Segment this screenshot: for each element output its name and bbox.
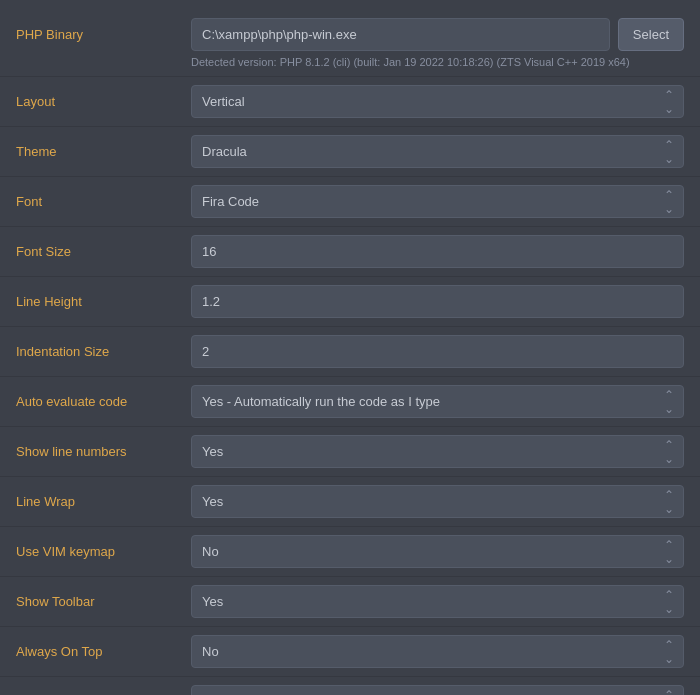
show-toolbar-select[interactable]: Yes No bbox=[191, 585, 684, 618]
always-on-top-label: Always On Top bbox=[16, 644, 191, 659]
vim-keymap-row: Use VIM keymap No Yes ⌃⌄ bbox=[0, 527, 700, 577]
php-path-input[interactable] bbox=[191, 18, 610, 51]
select-file-button[interactable]: Select bbox=[618, 18, 684, 51]
font-select-wrapper: Fira Code Consolas Courier New ⌃⌄ bbox=[191, 185, 684, 218]
line-wrap-select[interactable]: Yes No bbox=[191, 485, 684, 518]
theme-label: Theme bbox=[16, 144, 191, 159]
always-on-top-row: Always On Top No Yes ⌃⌄ bbox=[0, 627, 700, 677]
show-toolbar-row: Show Toolbar Yes No ⌃⌄ bbox=[0, 577, 700, 627]
show-line-numbers-row: Show line numbers Yes No ⌃⌄ bbox=[0, 427, 700, 477]
font-size-control bbox=[191, 235, 684, 268]
always-on-top-select[interactable]: No Yes bbox=[191, 635, 684, 668]
theme-select[interactable]: Dracula Light Dark bbox=[191, 135, 684, 168]
php-binary-input-wrap: Select bbox=[191, 18, 684, 51]
output-type-row: Output Type Realtime Output (might be sl… bbox=[0, 677, 700, 695]
font-label: Font bbox=[16, 194, 191, 209]
layout-select-wrapper: Vertical Horizontal ⌃⌄ bbox=[191, 85, 684, 118]
php-binary-row: PHP Binary Select Detected version: PHP … bbox=[0, 10, 700, 77]
settings-container: PHP Binary Select Detected version: PHP … bbox=[0, 0, 700, 695]
show-line-numbers-select[interactable]: Yes No bbox=[191, 435, 684, 468]
line-height-label: Line Height bbox=[16, 294, 191, 309]
vim-keymap-select-wrapper: No Yes ⌃⌄ bbox=[191, 535, 684, 568]
font-select[interactable]: Fira Code Consolas Courier New bbox=[191, 185, 684, 218]
line-wrap-select-wrapper: Yes No ⌃⌄ bbox=[191, 485, 684, 518]
font-size-input[interactable] bbox=[191, 235, 684, 268]
show-toolbar-select-wrapper: Yes No ⌃⌄ bbox=[191, 585, 684, 618]
line-height-control bbox=[191, 285, 684, 318]
show-toolbar-label: Show Toolbar bbox=[16, 594, 191, 609]
theme-select-wrapper: Dracula Light Dark ⌃⌄ bbox=[191, 135, 684, 168]
vim-keymap-label: Use VIM keymap bbox=[16, 544, 191, 559]
output-type-select-wrapper: Realtime Output (might be slower for lar… bbox=[191, 685, 684, 695]
line-height-input[interactable] bbox=[191, 285, 684, 318]
font-size-row: Font Size bbox=[0, 227, 700, 277]
auto-evaluate-select[interactable]: Yes - Automatically run the code as I ty… bbox=[191, 385, 684, 418]
indentation-size-input[interactable] bbox=[191, 335, 684, 368]
show-line-numbers-label: Show line numbers bbox=[16, 444, 191, 459]
vim-keymap-select[interactable]: No Yes bbox=[191, 535, 684, 568]
output-type-select[interactable]: Realtime Output (might be slower for lar… bbox=[191, 685, 684, 695]
auto-evaluate-label: Auto evaluate code bbox=[16, 394, 191, 409]
font-row: Font Fira Code Consolas Courier New ⌃⌄ bbox=[0, 177, 700, 227]
line-height-row: Line Height bbox=[0, 277, 700, 327]
always-on-top-select-wrapper: No Yes ⌃⌄ bbox=[191, 635, 684, 668]
show-line-numbers-select-wrapper: Yes No ⌃⌄ bbox=[191, 435, 684, 468]
indentation-size-control bbox=[191, 335, 684, 368]
line-wrap-label: Line Wrap bbox=[16, 494, 191, 509]
auto-evaluate-select-wrapper: Yes - Automatically run the code as I ty… bbox=[191, 385, 684, 418]
layout-row: Layout Vertical Horizontal ⌃⌄ bbox=[0, 77, 700, 127]
layout-select[interactable]: Vertical Horizontal bbox=[191, 85, 684, 118]
indentation-size-label: Indentation Size bbox=[16, 344, 191, 359]
indentation-size-row: Indentation Size bbox=[0, 327, 700, 377]
theme-row: Theme Dracula Light Dark ⌃⌄ bbox=[0, 127, 700, 177]
layout-label: Layout bbox=[16, 94, 191, 109]
font-size-label: Font Size bbox=[16, 244, 191, 259]
detected-version-text: Detected version: PHP 8.1.2 (cli) (built… bbox=[16, 56, 684, 68]
php-binary-label: PHP Binary bbox=[16, 27, 191, 42]
auto-evaluate-row: Auto evaluate code Yes - Automatically r… bbox=[0, 377, 700, 427]
line-wrap-row: Line Wrap Yes No ⌃⌄ bbox=[0, 477, 700, 527]
